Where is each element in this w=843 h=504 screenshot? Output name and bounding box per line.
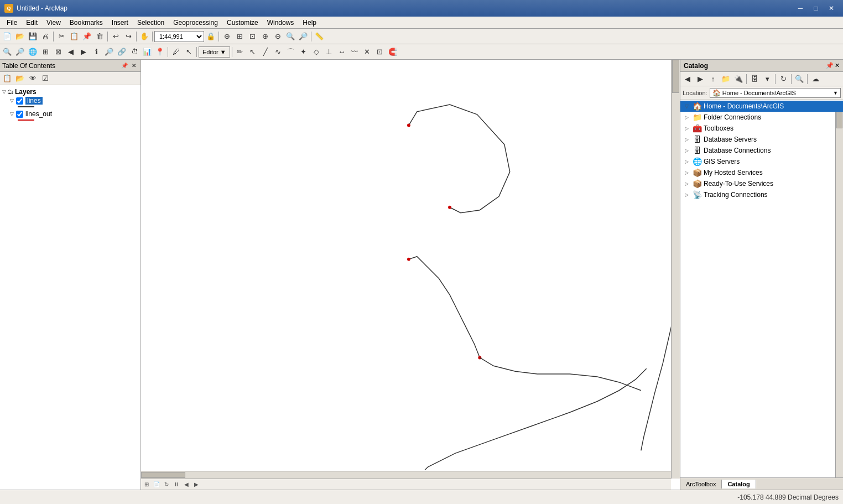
- catalog-disconnect[interactable]: 🔌: [732, 73, 745, 85]
- midpoint-tool[interactable]: ◇: [310, 46, 322, 58]
- pointer-tool[interactable]: ↖: [247, 46, 259, 58]
- map-vscroll[interactable]: [671, 60, 680, 479]
- catalog-new-dropdown[interactable]: ▾: [761, 73, 773, 85]
- graph[interactable]: 📊: [141, 46, 153, 58]
- distance-tool[interactable]: ↔: [336, 46, 348, 58]
- zoom-out-2[interactable]: 🔎: [14, 46, 26, 58]
- catalog-item-dbconn[interactable]: ▷ 🗄 Database Connections: [680, 145, 843, 156]
- map-pause[interactable]: ⏸: [172, 480, 181, 489]
- catalog-search[interactable]: 🔍: [793, 73, 805, 85]
- save-button[interactable]: 💾: [27, 30, 39, 43]
- minimize-button[interactable]: ─: [793, 3, 808, 14]
- trace-tool[interactable]: 〰: [348, 46, 361, 58]
- tangent-tool[interactable]: ⊥: [323, 46, 335, 58]
- map-next-page[interactable]: ▶: [192, 480, 201, 489]
- catalog-item-hosted[interactable]: ▷ 📦 My Hosted Services: [680, 167, 843, 178]
- new-button[interactable]: 📄: [1, 30, 13, 43]
- arc-tool[interactable]: ⌒: [285, 46, 297, 58]
- cut-button[interactable]: ✂: [55, 30, 67, 43]
- catalog-forward[interactable]: ▶: [694, 73, 706, 85]
- catalog-item-gis[interactable]: ▷ 🌐 GIS Servers: [680, 156, 843, 167]
- catalog-vscroll[interactable]: [835, 112, 843, 477]
- toc-list-by-selection[interactable]: ☑: [39, 72, 51, 85]
- map-hscroll-thumb[interactable]: [141, 472, 185, 478]
- catalog-item-tracking[interactable]: ▷ 📡 Tracking Connections: [680, 189, 843, 200]
- menu-help[interactable]: Help: [298, 18, 321, 28]
- print-button[interactable]: 🖨: [39, 30, 51, 43]
- map-hscroll[interactable]: [141, 471, 671, 479]
- zoom-full[interactable]: ⊕: [221, 30, 233, 43]
- catalog-refresh[interactable]: ↻: [777, 73, 789, 85]
- toc-close-button[interactable]: ✕: [129, 61, 138, 70]
- zoom-in-2[interactable]: 🔍: [1, 46, 13, 58]
- map-vscroll-thumb[interactable]: [672, 60, 679, 93]
- maximize-button[interactable]: □: [809, 3, 823, 14]
- toc-list-by-drawing[interactable]: 📋: [1, 72, 13, 85]
- scale-combo[interactable]: 1:44,991: [154, 31, 204, 42]
- menu-geoprocessing[interactable]: Geoprocessing: [169, 18, 222, 28]
- catalog-connect-folder[interactable]: 📁: [720, 73, 732, 85]
- sketch-tool[interactable]: ✏: [234, 46, 246, 58]
- delete-button[interactable]: 🗑: [93, 30, 106, 43]
- location-dropdown-icon[interactable]: ▼: [833, 90, 838, 96]
- vertex-tool[interactable]: ✦: [298, 46, 310, 58]
- layer1-name[interactable]: lines: [25, 97, 43, 105]
- catalog-item-dbservers[interactable]: ▷ 🗄 Database Servers: [680, 134, 843, 145]
- identify[interactable]: ℹ: [90, 46, 102, 58]
- catalog-item-folder[interactable]: ▷ 📁 Folder Connections: [680, 112, 843, 123]
- map-prev-page[interactable]: ◀: [182, 480, 191, 489]
- menu-bookmarks[interactable]: Bookmarks: [65, 18, 107, 28]
- zoom-in[interactable]: ⊕: [259, 30, 271, 43]
- toc-list-by-source[interactable]: 📂: [14, 72, 26, 85]
- intersect-tool[interactable]: ✕: [361, 46, 373, 58]
- catalog-item-ready[interactable]: ▷ 📦 Ready-To-Use Services: [680, 178, 843, 189]
- menu-insert[interactable]: Insert: [107, 18, 133, 28]
- catalog-new-file-gdb[interactable]: 🗄: [748, 73, 761, 85]
- menu-view[interactable]: View: [42, 18, 65, 28]
- edit-tool[interactable]: 🖊: [170, 46, 182, 58]
- map-area[interactable]: ⊞ 📄 ↻ ⏸ ◀ ▶: [141, 60, 680, 490]
- select-tool[interactable]: ↖: [183, 46, 195, 58]
- pan-button[interactable]: ✋: [138, 30, 150, 43]
- curve-tool[interactable]: ∿: [272, 46, 284, 58]
- titlebar-controls[interactable]: ─ □ ✕: [793, 3, 839, 14]
- toc-list-by-visibility[interactable]: 👁: [27, 72, 39, 85]
- zoom-prev[interactable]: ◀: [65, 46, 77, 58]
- locate[interactable]: 📍: [154, 46, 166, 58]
- globe-btn[interactable]: 🌐: [27, 46, 39, 58]
- menu-windows[interactable]: Windows: [263, 18, 299, 28]
- time-slider[interactable]: ⏱: [128, 46, 140, 58]
- scale-lock[interactable]: 🔒: [205, 30, 217, 43]
- copy-button[interactable]: 📋: [68, 30, 80, 43]
- tab-catalog[interactable]: Catalog: [722, 480, 756, 489]
- map-pages[interactable]: 📄: [152, 480, 161, 489]
- map-refresh[interactable]: ↻: [162, 480, 171, 489]
- full-extent[interactable]: ⊠: [52, 46, 64, 58]
- snap-tool[interactable]: 🧲: [387, 46, 399, 58]
- undo-button[interactable]: ↩: [110, 30, 122, 43]
- toc-pin-button[interactable]: 📌: [120, 61, 129, 70]
- menu-customize[interactable]: Customize: [222, 18, 263, 28]
- zoom-out[interactable]: ⊖: [272, 30, 284, 43]
- menu-file[interactable]: File: [2, 18, 22, 28]
- fixed-zoom-out[interactable]: 🔎: [297, 30, 309, 43]
- close-button[interactable]: ✕: [824, 3, 839, 14]
- layer2-checkbox[interactable]: [16, 111, 23, 118]
- layer2-name[interactable]: lines_out: [25, 110, 52, 118]
- catalog-close-button[interactable]: ✕: [835, 62, 840, 69]
- zoom-next[interactable]: ▶: [77, 46, 90, 58]
- catalog-pin-button[interactable]: 📌: [826, 62, 834, 69]
- catalog-arcgis-online[interactable]: ☁: [809, 73, 821, 85]
- catalog-item-toolboxes[interactable]: ▷ 🧰 Toolboxes: [680, 123, 843, 134]
- layers-group-header[interactable]: ▽ 🗂 Layers: [2, 87, 138, 96]
- zoom-selected[interactable]: ⊞: [233, 30, 246, 43]
- location-combo[interactable]: 🏠 Home - Documents\ArcGIS ▼: [710, 88, 841, 98]
- open-button[interactable]: 📂: [14, 30, 26, 43]
- endpoint-tool[interactable]: ⊡: [374, 46, 386, 58]
- measure-button[interactable]: 📏: [313, 30, 325, 43]
- catalog-up[interactable]: ↑: [707, 73, 719, 85]
- hyperlink[interactable]: 🔗: [116, 46, 128, 58]
- redo-button[interactable]: ↪: [122, 30, 134, 43]
- paste-button[interactable]: 📌: [81, 30, 93, 43]
- zoom-layer[interactable]: ⊡: [246, 30, 258, 43]
